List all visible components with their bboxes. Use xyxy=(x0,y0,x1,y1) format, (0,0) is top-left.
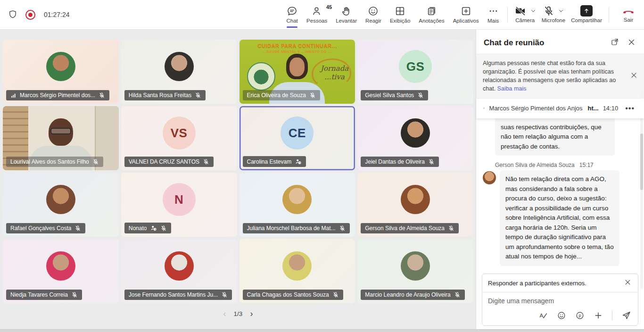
message-input[interactable] xyxy=(482,292,638,306)
participant-name: Nonato xyxy=(129,225,147,232)
participant-tile[interactable]: CUIDAR PARA CONTINUAR......SAÚDE MENTAL … xyxy=(239,40,355,104)
grid-pagination: ‹ 1/3 › xyxy=(0,309,476,318)
tab-reagir[interactable]: Reagir xyxy=(361,2,386,28)
participant-photo-avatar xyxy=(401,251,430,281)
virtual-bg-logo xyxy=(247,62,275,91)
participant-tile[interactable]: VSVALNEI DA CRUZ SANTOS xyxy=(121,106,237,170)
reply-banner: Responder a participantes externos. xyxy=(482,274,638,292)
participant-tile[interactable]: Marcos Sérgio Pimentel dos... xyxy=(3,40,119,104)
camera-button[interactable]: Câmera xyxy=(512,2,539,27)
raise-hand-icon xyxy=(340,5,352,17)
participant-name: Erica Oliveira de Souza xyxy=(247,92,306,99)
format-icon[interactable]: A xyxy=(538,311,548,320)
mic-muted-icon xyxy=(99,92,105,99)
participant-tile[interactable]: Gerson Silva de Almeida Souza xyxy=(357,173,473,237)
virtual-bg-banner-line1: CUIDAR PARA CONTINUAR... xyxy=(239,43,355,49)
mic-muted-icon xyxy=(92,158,99,165)
participant-name-pill: Marcos Sérgio Pimentel dos... xyxy=(6,90,109,100)
participant-name-pill: Gesiel Silva Santos xyxy=(361,90,428,100)
participant-name: Lourival Alves dos Santos Filho xyxy=(10,158,89,165)
participant-photo-avatar xyxy=(46,52,75,81)
participant-tile[interactable]: Niedja Tavares Correia xyxy=(3,239,119,303)
recording-indicator-icon xyxy=(25,10,35,20)
participant-name-pill: Jeiel Dantas de Oliveira xyxy=(361,157,439,167)
participant-name: VALNEI DA CRUZ SANTOS xyxy=(129,158,199,165)
shield-icon xyxy=(8,9,18,20)
attach-plus-icon[interactable] xyxy=(594,311,603,320)
toolbar-divider xyxy=(609,7,609,23)
pinned-more-options-icon[interactable]: ••• xyxy=(622,104,637,113)
meeting-status-group: 01:27:24 xyxy=(0,9,70,20)
horizontal-scrollbar[interactable] xyxy=(0,329,644,332)
participant-tile[interactable]: Juliana Morschel Barbosa de Mat... xyxy=(239,173,355,237)
share-button[interactable]: Compartilhar xyxy=(568,2,605,27)
page-indicator: 1/3 xyxy=(234,310,243,317)
external-participants-notice: Algumas pessoas neste chat estão fora da… xyxy=(476,54,644,99)
camera-chevron-down-icon[interactable] xyxy=(530,8,536,14)
tab-mais[interactable]: Mais xyxy=(483,2,504,28)
participant-tile[interactable]: Marcio Leandro de Araujo Oliveira xyxy=(357,239,473,303)
close-notice-icon[interactable] xyxy=(629,71,638,81)
pinned-time: 14:10 xyxy=(603,105,619,112)
video-stage: Marcos Sérgio Pimentel dos...Hilda Santa… xyxy=(0,30,476,332)
participant-tile[interactable]: Jose Fernando Santos Martins Ju... xyxy=(121,239,237,303)
chat-bubble-icon xyxy=(286,5,298,17)
mic-chevron-down-icon[interactable] xyxy=(558,8,564,14)
participant-name: Rafael Gonçalves Costa xyxy=(10,225,71,232)
participant-tile[interactable]: Hilda Santa Rosa Freitas xyxy=(121,40,237,104)
participant-name-pill: Gerson Silva de Almeida Souza xyxy=(361,223,459,233)
participant-photo-avatar xyxy=(401,118,430,148)
people-icon xyxy=(311,5,323,17)
participant-tile[interactable]: GSGesiel Silva Santos xyxy=(357,40,473,104)
page-next-button[interactable]: › xyxy=(250,309,253,318)
tab-aplicativos[interactable]: Aplicativos xyxy=(449,2,483,28)
mic-off-icon xyxy=(543,5,554,17)
virtual-bg-banner-line2: ...SAÚDE MENTAL E ...IMENTO DO ... xyxy=(239,50,355,54)
microphone-button[interactable]: Microfone xyxy=(539,2,569,27)
pinned-message-bar[interactable]: Marcos Sérgio Pimentel dos Anjos ht... 1… xyxy=(476,99,644,118)
tab-levantar[interactable]: Levantar xyxy=(331,2,361,28)
participant-name-pill: Hilda Santa Rosa Freitas xyxy=(124,90,206,100)
participant-tile[interactable]: NNonato? xyxy=(121,173,237,237)
participant-name-pill: Marcio Leandro de Araujo Oliveira xyxy=(361,290,464,300)
chat-scrollbar[interactable] xyxy=(640,91,643,289)
participant-tile[interactable]: Lourival Alves dos Santos Filho xyxy=(3,106,119,170)
tab-exibicao[interactable]: Exibição xyxy=(386,2,414,28)
participant-photo-avatar xyxy=(46,251,75,281)
chat-message-list[interactable]: suas respectivas contribuições, que não … xyxy=(476,118,644,271)
gif-icon[interactable]: p xyxy=(575,311,585,320)
send-icon[interactable] xyxy=(621,310,631,320)
tab-anotacoes[interactable]: Anotações xyxy=(414,2,448,28)
participant-name-pill: Rafael Gonçalves Costa xyxy=(6,223,85,233)
mic-muted-icon xyxy=(195,92,201,99)
participant-tile[interactable]: CECarolina Estevam? xyxy=(239,106,355,170)
react-smiley-icon xyxy=(367,5,379,17)
participant-name-pill: Lourival Alves dos Santos Filho xyxy=(6,157,103,167)
meeting-toolbar: 01:27:24 Chat 45 Pessoas Levantar xyxy=(0,0,644,30)
external-user-icon: ? xyxy=(150,224,157,232)
participant-initials-avatar: CE xyxy=(281,116,314,149)
emoji-icon[interactable] xyxy=(557,311,566,320)
compose-divider xyxy=(612,311,612,320)
mic-muted-icon xyxy=(203,158,209,165)
participant-photo-avatar xyxy=(165,251,194,281)
close-reply-icon[interactable] xyxy=(623,278,632,288)
participant-name-pill: Jose Fernando Santos Martins Ju... xyxy=(124,290,232,300)
close-chat-icon[interactable] xyxy=(627,37,636,49)
participant-tile[interactable]: Jeiel Dantas de Oliveira xyxy=(357,106,473,170)
chat-message-bubble: Não tem relação direta com a AGO, mas co… xyxy=(500,170,619,266)
chat-panel-title: Chat de reunião xyxy=(484,38,603,48)
tab-pessoas[interactable]: 45 Pessoas xyxy=(302,2,331,28)
page-previous-button[interactable]: ‹ xyxy=(223,309,226,318)
chat-message-bubble: suas respectivas contribuições, que não … xyxy=(495,118,615,156)
participant-name: Gerson Silva de Almeida Souza xyxy=(365,225,445,232)
participant-tile[interactable]: Carla Chagas dos Santos Souza xyxy=(239,239,355,303)
leave-button[interactable]: Sair xyxy=(613,3,644,26)
tab-chat[interactable]: Chat xyxy=(282,2,302,28)
saiba-mais-link[interactable]: Saiba mais xyxy=(497,85,527,92)
popout-chat-icon[interactable] xyxy=(610,37,620,49)
participant-name-pill: Niedja Tavares Correia xyxy=(6,290,82,300)
participant-name: Marcio Leandro de Araujo Oliveira xyxy=(365,291,450,298)
participant-tile[interactable]: Rafael Gonçalves Costa xyxy=(3,173,119,237)
more-ellipsis-icon xyxy=(487,5,499,17)
